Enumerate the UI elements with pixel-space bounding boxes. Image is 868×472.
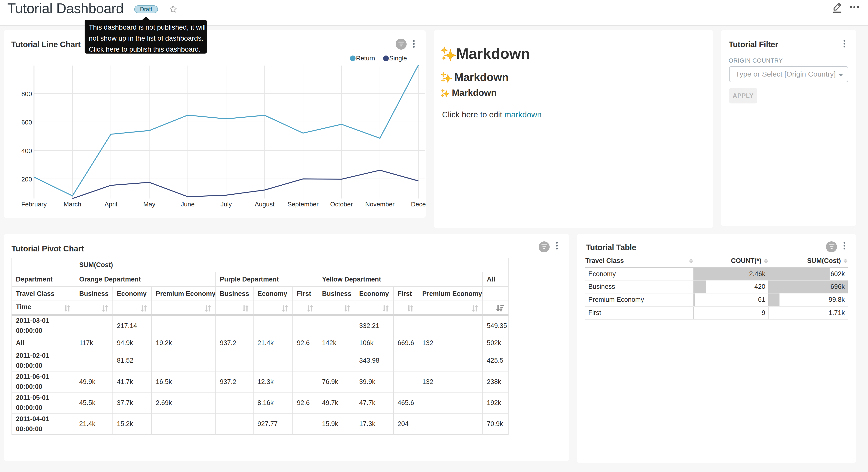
svg-text:November: November <box>365 201 395 208</box>
svg-text:March: March <box>64 201 81 208</box>
svg-text:Dece: Dece <box>411 201 426 208</box>
svg-text:May: May <box>143 201 155 208</box>
svg-text:400: 400 <box>22 147 32 154</box>
svg-text:June: June <box>181 201 195 208</box>
svg-text:600: 600 <box>22 119 32 126</box>
svg-text:July: July <box>221 201 232 208</box>
svg-text:August: August <box>255 201 275 208</box>
svg-text:February: February <box>21 201 47 208</box>
svg-text:200: 200 <box>22 176 32 183</box>
svg-text:October: October <box>330 201 353 208</box>
svg-text:800: 800 <box>22 90 32 97</box>
svg-text:September: September <box>287 201 319 208</box>
svg-text:April: April <box>104 201 117 208</box>
